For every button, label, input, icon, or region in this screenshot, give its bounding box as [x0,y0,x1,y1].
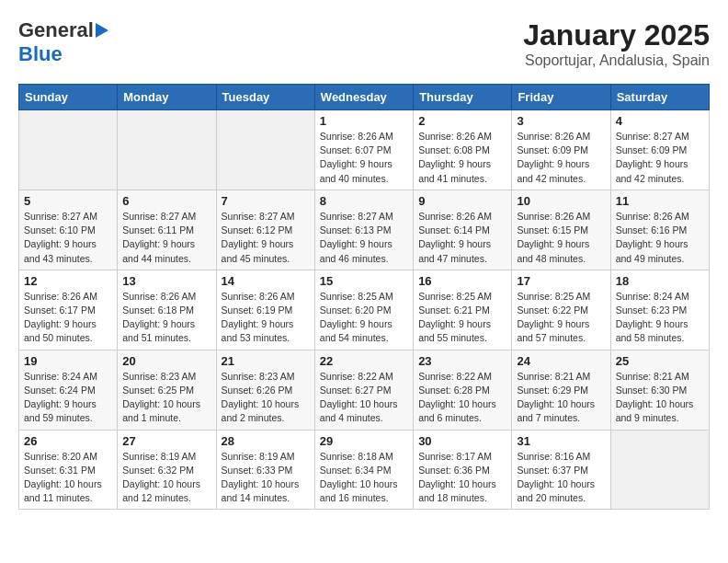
day-info: Sunrise: 8:27 AMSunset: 6:11 PMDaylight:… [122,210,210,266]
day-info: Sunrise: 8:27 AMSunset: 6:10 PMDaylight:… [24,210,112,266]
day-number: 19 [24,354,112,368]
day-number: 17 [517,274,605,288]
day-number: 13 [122,274,210,288]
calendar-day-cell: 13Sunrise: 8:26 AMSunset: 6:18 PMDayligh… [118,270,216,350]
day-info: Sunrise: 8:22 AMSunset: 6:28 PMDaylight:… [418,370,506,426]
logo-arrow-icon [96,23,108,38]
calendar-subtitle: Soportujar, Andalusia, Spain [523,52,710,69]
day-of-week-header: Thursday [414,85,512,110]
day-number: 4 [616,114,704,128]
calendar-title: January 2025 [523,18,710,52]
day-info: Sunrise: 8:18 AMSunset: 6:34 PMDaylight:… [320,450,408,506]
logo-blue-text: Blue [18,42,63,66]
day-info: Sunrise: 8:16 AMSunset: 6:37 PMDaylight:… [517,450,605,506]
day-number: 25 [616,354,704,368]
calendar-day-cell: 6Sunrise: 8:27 AMSunset: 6:11 PMDaylight… [118,190,216,270]
day-info: Sunrise: 8:26 AMSunset: 6:08 PMDaylight:… [418,130,506,186]
page-header: General Blue January 2025 Soportujar, An… [18,18,710,69]
day-of-week-header: Saturday [610,85,709,110]
calendar-day-cell: 23Sunrise: 8:22 AMSunset: 6:28 PMDayligh… [414,350,512,430]
day-of-week-header: Friday [512,85,610,110]
calendar-day-cell: 26Sunrise: 8:20 AMSunset: 6:31 PMDayligh… [19,430,118,510]
day-number: 12 [24,274,112,288]
day-number: 31 [517,434,605,448]
day-info: Sunrise: 8:25 AMSunset: 6:21 PMDaylight:… [418,290,506,346]
calendar-day-cell: 21Sunrise: 8:23 AMSunset: 6:26 PMDayligh… [216,350,314,430]
day-number: 15 [320,274,408,288]
day-number: 18 [616,274,704,288]
day-number: 26 [24,434,112,448]
calendar-day-cell [19,110,118,190]
day-info: Sunrise: 8:24 AMSunset: 6:24 PMDaylight:… [24,370,112,426]
calendar-day-cell: 24Sunrise: 8:21 AMSunset: 6:29 PMDayligh… [512,350,610,430]
day-number: 9 [418,194,506,208]
calendar-day-cell: 2Sunrise: 8:26 AMSunset: 6:08 PMDaylight… [414,110,512,190]
calendar-day-cell: 17Sunrise: 8:25 AMSunset: 6:22 PMDayligh… [512,270,610,350]
calendar-table: SundayMondayTuesdayWednesdayThursdayFrid… [18,84,710,510]
calendar-day-cell: 19Sunrise: 8:24 AMSunset: 6:24 PMDayligh… [19,350,118,430]
calendar-day-cell: 31Sunrise: 8:16 AMSunset: 6:37 PMDayligh… [512,430,610,510]
calendar-day-cell: 7Sunrise: 8:27 AMSunset: 6:12 PMDaylight… [216,190,314,270]
day-number: 7 [222,194,310,208]
calendar-day-cell: 14Sunrise: 8:26 AMSunset: 6:19 PMDayligh… [216,270,314,350]
calendar-day-cell: 22Sunrise: 8:22 AMSunset: 6:27 PMDayligh… [314,350,413,430]
calendar-day-cell: 30Sunrise: 8:17 AMSunset: 6:36 PMDayligh… [414,430,512,510]
day-info: Sunrise: 8:23 AMSunset: 6:25 PMDaylight:… [122,370,210,426]
calendar-day-cell: 3Sunrise: 8:26 AMSunset: 6:09 PMDaylight… [512,110,610,190]
day-info: Sunrise: 8:26 AMSunset: 6:18 PMDaylight:… [122,290,210,346]
calendar-day-cell [118,110,216,190]
day-info: Sunrise: 8:26 AMSunset: 6:19 PMDaylight:… [222,290,310,346]
day-info: Sunrise: 8:27 AMSunset: 6:13 PMDaylight:… [320,210,408,266]
day-info: Sunrise: 8:26 AMSunset: 6:15 PMDaylight:… [517,210,605,266]
calendar-day-cell: 29Sunrise: 8:18 AMSunset: 6:34 PMDayligh… [314,430,413,510]
calendar-day-cell: 15Sunrise: 8:25 AMSunset: 6:20 PMDayligh… [314,270,413,350]
title-block: January 2025 Soportujar, Andalusia, Spai… [523,18,710,69]
calendar-week-row: 26Sunrise: 8:20 AMSunset: 6:31 PMDayligh… [19,430,710,510]
calendar-day-cell: 1Sunrise: 8:26 AMSunset: 6:07 PMDaylight… [314,110,413,190]
calendar-day-cell: 10Sunrise: 8:26 AMSunset: 6:15 PMDayligh… [512,190,610,270]
day-info: Sunrise: 8:20 AMSunset: 6:31 PMDaylight:… [24,450,112,506]
day-info: Sunrise: 8:26 AMSunset: 6:16 PMDaylight:… [616,210,704,266]
day-info: Sunrise: 8:27 AMSunset: 6:09 PMDaylight:… [616,130,704,186]
day-of-week-header: Tuesday [216,85,314,110]
day-info: Sunrise: 8:26 AMSunset: 6:09 PMDaylight:… [517,130,605,186]
day-of-week-header: Sunday [19,85,118,110]
day-number: 20 [122,354,210,368]
day-number: 23 [418,354,506,368]
day-number: 2 [418,114,506,128]
day-info: Sunrise: 8:25 AMSunset: 6:22 PMDaylight:… [517,290,605,346]
day-of-week-header: Monday [118,85,216,110]
day-of-week-header: Wednesday [314,85,413,110]
day-number: 6 [122,194,210,208]
logo: General Blue [18,18,108,66]
calendar-week-row: 1Sunrise: 8:26 AMSunset: 6:07 PMDaylight… [19,110,710,190]
calendar-day-cell: 20Sunrise: 8:23 AMSunset: 6:25 PMDayligh… [118,350,216,430]
day-number: 1 [320,114,408,128]
calendar-day-cell: 8Sunrise: 8:27 AMSunset: 6:13 PMDaylight… [314,190,413,270]
calendar-day-cell: 5Sunrise: 8:27 AMSunset: 6:10 PMDaylight… [19,190,118,270]
day-number: 24 [517,354,605,368]
day-number: 8 [320,194,408,208]
day-info: Sunrise: 8:17 AMSunset: 6:36 PMDaylight:… [418,450,506,506]
day-number: 29 [320,434,408,448]
day-info: Sunrise: 8:24 AMSunset: 6:23 PMDaylight:… [616,290,704,346]
day-number: 21 [222,354,310,368]
day-info: Sunrise: 8:19 AMSunset: 6:33 PMDaylight:… [222,450,310,506]
calendar-day-cell [216,110,314,190]
calendar-day-cell: 12Sunrise: 8:26 AMSunset: 6:17 PMDayligh… [19,270,118,350]
calendar-day-cell: 16Sunrise: 8:25 AMSunset: 6:21 PMDayligh… [414,270,512,350]
day-number: 22 [320,354,408,368]
day-number: 10 [517,194,605,208]
day-number: 11 [616,194,704,208]
day-number: 28 [222,434,310,448]
calendar-week-row: 12Sunrise: 8:26 AMSunset: 6:17 PMDayligh… [19,270,710,350]
day-info: Sunrise: 8:19 AMSunset: 6:32 PMDaylight:… [122,450,210,506]
calendar-day-cell: 9Sunrise: 8:26 AMSunset: 6:14 PMDaylight… [414,190,512,270]
calendar-day-cell: 18Sunrise: 8:24 AMSunset: 6:23 PMDayligh… [610,270,709,350]
calendar-body: 1Sunrise: 8:26 AMSunset: 6:07 PMDaylight… [19,110,710,510]
day-info: Sunrise: 8:21 AMSunset: 6:29 PMDaylight:… [517,370,605,426]
day-info: Sunrise: 8:26 AMSunset: 6:17 PMDaylight:… [24,290,112,346]
calendar-week-row: 19Sunrise: 8:24 AMSunset: 6:24 PMDayligh… [19,350,710,430]
day-info: Sunrise: 8:26 AMSunset: 6:14 PMDaylight:… [418,210,506,266]
calendar-day-cell: 11Sunrise: 8:26 AMSunset: 6:16 PMDayligh… [610,190,709,270]
